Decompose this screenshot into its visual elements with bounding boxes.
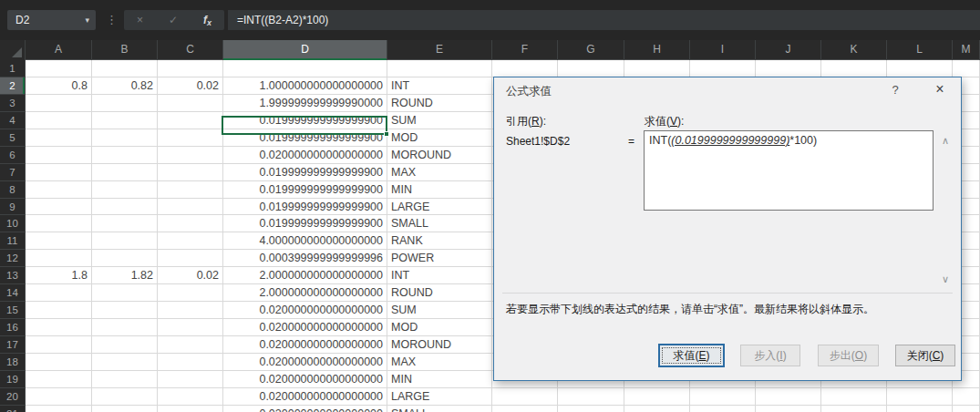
cell-I1[interactable]: [690, 60, 756, 77]
cell-C4[interactable]: [158, 112, 223, 129]
cell-D15[interactable]: 0.020000000000000000: [223, 302, 387, 319]
drag-handle-icon[interactable]: ⋮: [106, 10, 117, 30]
cell-K21[interactable]: [821, 406, 887, 412]
cell-D12[interactable]: 0.000399999999999996: [223, 250, 387, 267]
cell-E21[interactable]: SMALL: [387, 406, 492, 412]
cell-A7[interactable]: [26, 164, 92, 181]
scroll-down-icon[interactable]: ∨: [939, 274, 952, 284]
cell-E13[interactable]: INT: [387, 267, 492, 284]
cell-E8[interactable]: MIN: [387, 181, 492, 199]
row-header-1[interactable]: 1: [0, 60, 26, 77]
cell-B20[interactable]: [92, 388, 158, 406]
enter-icon[interactable]: ✓: [169, 14, 178, 26]
cell-D11[interactable]: 4.000000000000000000: [223, 232, 387, 250]
cell-C3[interactable]: [158, 95, 223, 112]
row-header-20[interactable]: 20: [0, 388, 26, 406]
cell-E10[interactable]: SMALL: [387, 215, 492, 232]
name-box[interactable]: D2 ▾: [7, 10, 96, 30]
cell-L21[interactable]: [887, 406, 953, 412]
cell-B19[interactable]: [92, 371, 158, 388]
cell-D10[interactable]: 0.019999999999999900: [223, 215, 387, 232]
cell-A21[interactable]: [26, 406, 92, 412]
cell-L1[interactable]: [887, 60, 953, 77]
cell-C8[interactable]: [158, 181, 223, 199]
cell-J21[interactable]: [756, 406, 821, 412]
cell-E19[interactable]: MIN: [387, 371, 492, 388]
cell-A6[interactable]: [26, 147, 92, 164]
cell-C16[interactable]: [158, 319, 223, 336]
cell-B17[interactable]: [92, 336, 158, 354]
chevron-down-icon[interactable]: ▾: [85, 10, 89, 30]
cell-H21[interactable]: [624, 406, 690, 412]
cell-C13[interactable]: 0.02: [158, 267, 223, 284]
cell-E7[interactable]: MAX: [387, 164, 492, 181]
column-header-C[interactable]: C: [158, 40, 223, 60]
row-header-5[interactable]: 5: [0, 129, 26, 147]
row-header-2[interactable]: 2: [0, 77, 26, 95]
cell-L20[interactable]: [887, 388, 953, 406]
column-header-E[interactable]: E: [387, 40, 492, 60]
row-header-17[interactable]: 17: [0, 336, 26, 354]
cell-H20[interactable]: [624, 388, 690, 406]
cell-E4[interactable]: SUM: [387, 112, 492, 129]
cell-A19[interactable]: [26, 371, 92, 388]
cell-I21[interactable]: [690, 406, 756, 412]
scroll-up-icon[interactable]: ∧: [939, 136, 952, 146]
column-header-G[interactable]: G: [558, 40, 624, 60]
cell-A4[interactable]: [26, 112, 92, 129]
column-header-A[interactable]: A: [26, 40, 92, 60]
cell-E12[interactable]: POWER: [387, 250, 492, 267]
cell-C14[interactable]: [158, 284, 223, 302]
cell-E20[interactable]: LARGE: [387, 388, 492, 406]
row-header-9[interactable]: 9: [0, 199, 26, 216]
cell-B3[interactable]: [92, 95, 158, 112]
close-icon[interactable]: ×: [932, 81, 948, 98]
row-header-4[interactable]: 4: [0, 112, 26, 129]
cell-C6[interactable]: [158, 147, 223, 164]
cell-D8[interactable]: 0.019999999999999900: [223, 181, 387, 199]
cell-E18[interactable]: MAX: [387, 354, 492, 371]
cell-A8[interactable]: [26, 181, 92, 199]
cell-E2[interactable]: INT: [387, 77, 492, 95]
cell-F21[interactable]: [492, 406, 558, 412]
cell-B16[interactable]: [92, 319, 158, 336]
cell-A12[interactable]: [26, 250, 92, 267]
cell-M1[interactable]: [953, 60, 980, 77]
cell-E6[interactable]: MOROUND: [387, 147, 492, 164]
column-header-K[interactable]: K: [821, 40, 887, 60]
cell-A11[interactable]: [26, 232, 92, 250]
cell-B11[interactable]: [92, 232, 158, 250]
cell-D3[interactable]: 1.999999999999990000: [223, 95, 387, 112]
cell-G1[interactable]: [558, 60, 624, 77]
cell-B1[interactable]: [92, 60, 158, 77]
row-header-18[interactable]: 18: [0, 354, 26, 371]
column-header-L[interactable]: L: [887, 40, 953, 60]
evaluation-box[interactable]: INT((0.0199999999999999)*100): [644, 130, 934, 211]
cell-B5[interactable]: [92, 129, 158, 147]
cell-A3[interactable]: [26, 95, 92, 112]
formula-input[interactable]: =INT((B2-A2)*100): [228, 10, 980, 30]
cell-C18[interactable]: [158, 354, 223, 371]
cell-F1[interactable]: [492, 60, 558, 77]
select-all-corner[interactable]: [0, 40, 26, 60]
close-button[interactable]: 关闭(C): [895, 345, 955, 366]
cell-J20[interactable]: [756, 388, 821, 406]
cell-D6[interactable]: 0.020000000000000000: [223, 147, 387, 164]
cell-D19[interactable]: 0.020000000000000000: [223, 371, 387, 388]
cell-B4[interactable]: [92, 112, 158, 129]
cell-C12[interactable]: [158, 250, 223, 267]
cell-C9[interactable]: [158, 199, 223, 216]
cell-B13[interactable]: 1.82: [92, 267, 158, 284]
cell-D2[interactable]: 1.000000000000000000: [223, 77, 387, 95]
cell-C21[interactable]: [158, 406, 223, 412]
cell-C11[interactable]: [158, 232, 223, 250]
cell-A14[interactable]: [26, 284, 92, 302]
cell-C1[interactable]: [158, 60, 223, 77]
cell-E3[interactable]: ROUND: [387, 95, 492, 112]
cell-D20[interactable]: 0.020000000000000000: [223, 388, 387, 406]
cell-A5[interactable]: [26, 129, 92, 147]
cell-E16[interactable]: MOD: [387, 319, 492, 336]
column-header-M[interactable]: M: [953, 40, 980, 60]
column-header-I[interactable]: I: [690, 40, 756, 60]
cell-B12[interactable]: [92, 250, 158, 267]
